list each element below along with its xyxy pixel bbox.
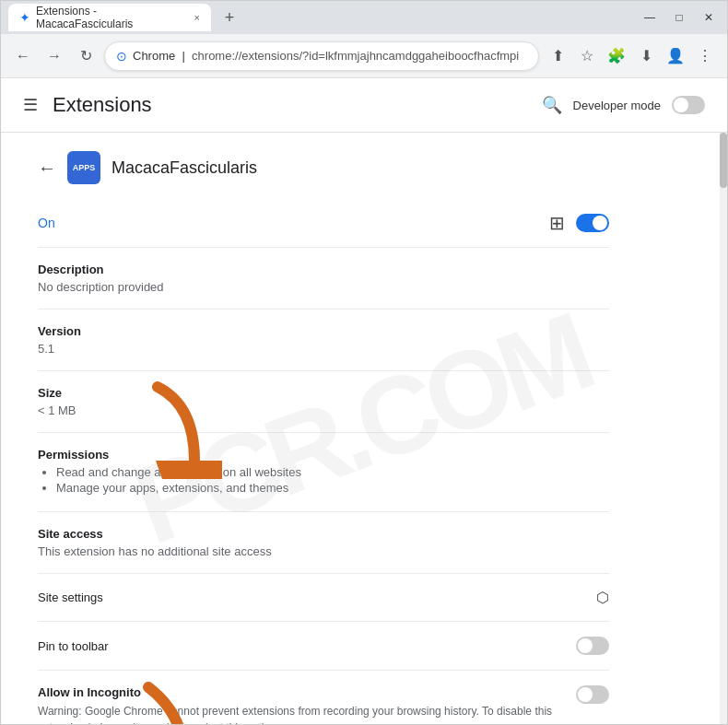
hamburger-menu[interactable]: ☰	[23, 95, 38, 115]
extension-enabled-toggle[interactable]	[576, 214, 609, 232]
size-label: Size	[38, 386, 609, 400]
back-button[interactable]: ←	[38, 158, 56, 179]
extension-icon: APPS	[67, 151, 100, 184]
browser-window: ✦ Extensions - MacacaFascicularis × + — …	[0, 0, 728, 725]
close-button[interactable]: ✕	[698, 8, 720, 27]
incognito-toggle[interactable]	[576, 685, 609, 704]
size-value: < 1 MB	[38, 403, 609, 417]
ext-header-left: ☰ Extensions	[23, 93, 152, 117]
tab-close-btn[interactable]: ×	[194, 12, 200, 23]
permissions-list: Read and change all your data on all web…	[38, 465, 609, 495]
incognito-header: Allow in Incognito Warning: Google Chrom…	[38, 685, 609, 724]
back-nav-button[interactable]: ←	[10, 43, 36, 69]
reload-button[interactable]: ↻	[73, 43, 99, 69]
developer-mode-knob	[674, 98, 688, 112]
permissions-section: Permissions Read and change all your dat…	[38, 433, 609, 512]
tab-favicon: ✦	[19, 10, 30, 25]
on-off-row: On ⊞	[38, 199, 609, 248]
back-header: ← APPS MacacaFascicularis	[38, 133, 609, 199]
developer-mode-toggle[interactable]	[672, 96, 705, 114]
main-area: ☰ Extensions 🔍 Developer mode PCR.COM	[1, 78, 727, 724]
address-bar: ← → ↻ ⊙ Chrome | chrome://extensions/?id…	[1, 34, 727, 78]
forward-nav-button[interactable]: →	[41, 43, 67, 69]
incognito-section: Allow in Incognito Warning: Google Chrom…	[38, 671, 609, 724]
extensions-header: ☰ Extensions 🔍 Developer mode	[1, 78, 727, 133]
permission-item-0: Read and change all your data on all web…	[56, 465, 609, 479]
extensions-page: ☰ Extensions 🔍 Developer mode PCR.COM	[1, 78, 727, 724]
version-section: Version 5.1	[38, 310, 609, 371]
extension-detail-content: ← APPS MacacaFascicularis On ⊞	[1, 133, 646, 724]
maximize-button[interactable]: □	[668, 8, 690, 27]
menu-button[interactable]: ⋮	[692, 43, 718, 69]
enabled-toggle-knob	[593, 216, 607, 230]
version-label: Version	[38, 324, 609, 338]
on-label: On	[38, 216, 55, 230]
title-bar-controls: — □ ✕	[639, 8, 720, 27]
address-site: Chrome	[133, 49, 175, 63]
extensions-button[interactable]: 🧩	[604, 43, 629, 69]
tab-title: Extensions - MacacaFascicularis	[36, 5, 185, 30]
grid-view-icon[interactable]: ⊞	[549, 212, 565, 234]
ext-icon-text: APPS	[73, 163, 96, 172]
permissions-label: Permissions	[38, 448, 609, 462]
description-value: No description provided	[38, 280, 609, 294]
description-section: Description No description provided	[38, 248, 609, 310]
incognito-warning: Warning: Google Chrome cannot prevent ex…	[38, 703, 565, 724]
version-value: 5.1	[38, 342, 609, 356]
toolbar-icons: ⬆ ☆ 🧩 ⬇ 👤 ⋮	[545, 43, 718, 69]
minimize-button[interactable]: —	[639, 8, 661, 27]
incognito-left: Allow in Incognito Warning: Google Chrom…	[38, 685, 576, 724]
share-button[interactable]: ⬆	[545, 43, 570, 69]
bookmark-button[interactable]: ☆	[574, 43, 600, 69]
address-bar-input[interactable]: ⊙ Chrome | chrome://extensions/?id=lkfmm…	[104, 41, 539, 71]
active-tab[interactable]: ✦ Extensions - MacacaFascicularis ×	[8, 4, 211, 31]
pin-toolbar-toggle[interactable]	[576, 637, 609, 655]
on-right: ⊞	[549, 212, 609, 234]
ext-header-right: 🔍 Developer mode	[542, 95, 705, 115]
site-settings-label: Site settings	[38, 591, 103, 604]
content-scroll-area[interactable]: PCR.COM ← APPS MacacaFascicularis	[1, 133, 720, 724]
pin-toolbar-row: Pin to toolbar	[38, 622, 609, 671]
pin-toolbar-knob	[578, 638, 593, 653]
size-section: Size < 1 MB	[38, 371, 609, 433]
site-access-value: This extension has no additional site ac…	[38, 544, 609, 558]
site-settings-row[interactable]: Site settings ⬡	[38, 574, 609, 622]
permission-item-1: Manage your apps, extensions, and themes	[56, 481, 609, 495]
external-link-icon: ⬡	[596, 589, 609, 606]
profile-button[interactable]: 👤	[663, 43, 688, 69]
address-path: chrome://extensions/?id=lkfmmjajhncamdgg…	[192, 49, 519, 63]
search-icon[interactable]: 🔍	[542, 95, 562, 115]
description-label: Description	[38, 263, 609, 276]
address-favicon: ⊙	[116, 49, 127, 64]
incognito-toggle-knob	[578, 687, 593, 702]
pin-toolbar-label: Pin to toolbar	[38, 639, 109, 653]
site-access-label: Site access	[38, 527, 609, 541]
scrollbar-thumb[interactable]	[720, 133, 727, 188]
title-bar-left: ✦ Extensions - MacacaFascicularis × +	[8, 4, 635, 31]
extensions-title: Extensions	[53, 93, 152, 117]
download-button[interactable]: ⬇	[633, 43, 659, 69]
incognito-title: Allow in Incognito	[38, 685, 565, 699]
new-tab-button[interactable]: +	[217, 5, 242, 30]
extension-name: MacacaFascicularis	[112, 158, 257, 178]
site-access-section: Site access This extension has no additi…	[38, 512, 609, 574]
scrollbar-track[interactable]	[720, 133, 727, 724]
title-bar: ✦ Extensions - MacacaFascicularis × + — …	[1, 1, 727, 34]
address-text: Chrome | chrome://extensions/?id=lkfmmja…	[133, 49, 527, 63]
developer-mode-label: Developer mode	[573, 99, 661, 112]
